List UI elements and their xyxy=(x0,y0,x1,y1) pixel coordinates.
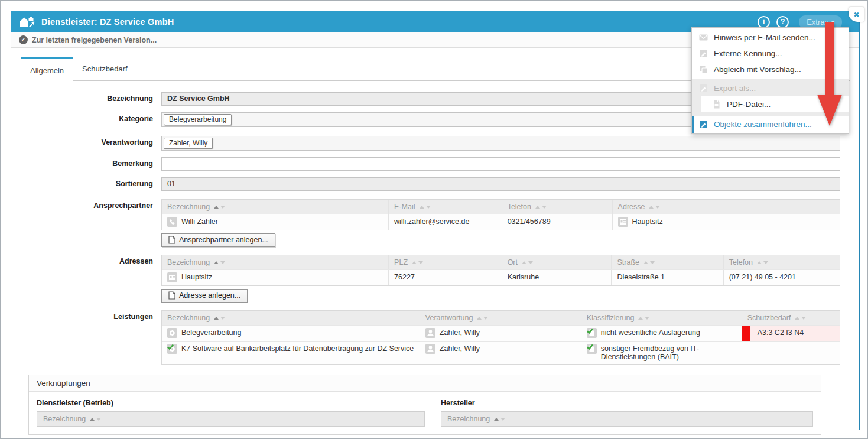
verknuepfungen-title: Verknüpfungen xyxy=(29,375,821,392)
bezeichnung-label: Bezeichnung xyxy=(11,92,161,103)
sortierung-field[interactable]: 01 xyxy=(161,177,840,191)
table-row[interactable]: K7 Software auf Bankarbeitsplatz für Dat… xyxy=(162,341,840,364)
adresse-anlegen-button[interactable]: Adresse anlegen... xyxy=(161,289,248,303)
export-icon xyxy=(698,83,708,93)
menu-item-hinweis-email[interactable]: Hinweis per E-Mail senden... xyxy=(692,30,849,45)
extras-dropdown-menu: Hinweis per E-Mail senden... Externe Ken… xyxy=(691,27,849,134)
adressen-table: Bezeichnung PLZ Ort Straße Telefon Haupt… xyxy=(161,255,840,286)
risk-red-indicator xyxy=(742,326,750,341)
pdf-file-icon xyxy=(711,99,721,109)
page: Dienstleister: DZ Service GmbH i ? Extra… xyxy=(0,0,868,439)
column-header[interactable]: Verantwortung xyxy=(420,311,581,325)
column-header[interactable]: Schutzbedarf xyxy=(742,311,840,325)
classification-document-icon xyxy=(587,328,597,338)
new-document-icon xyxy=(168,236,175,244)
column-header[interactable]: Telefon xyxy=(502,200,612,214)
column-header[interactable]: PLZ xyxy=(388,255,502,269)
verantwortung-chip[interactable]: Zahler, Willy xyxy=(164,138,213,149)
help-icon[interactable]: ? xyxy=(776,16,789,28)
ansprechpartner-label: Ansprechpartner xyxy=(11,199,161,210)
page-title: Dienstleister: DZ Service GmbH xyxy=(41,17,174,27)
copy-icon xyxy=(698,64,708,74)
menu-item-externe-kennung[interactable]: Externe Kennung... xyxy=(692,45,849,61)
column-header[interactable]: Adresse xyxy=(612,200,840,214)
tab-schutzbedarf[interactable]: Schutzbedarf xyxy=(73,57,136,80)
column-header[interactable]: E-Mail xyxy=(388,200,502,214)
sortierung-label: Sortierung xyxy=(11,177,161,188)
kategorie-chip[interactable]: Belegverarbeitung xyxy=(164,114,232,125)
menu-item-objekte-zusammenfuehren[interactable]: Objekte zusammenführen... xyxy=(692,116,849,133)
extras-button-label: Extras xyxy=(807,18,828,27)
person-icon xyxy=(425,344,435,354)
kategorie-label: Kategorie xyxy=(11,112,161,123)
chevron-down-icon: ▾ xyxy=(831,19,834,25)
classification-document-icon xyxy=(587,344,597,354)
table-row[interactable]: Hauptsitz 76227 Karlsruhe Dieselstraße 1… xyxy=(162,269,840,285)
column-header[interactable]: Klassifizierung xyxy=(581,311,742,325)
new-document-icon xyxy=(168,291,175,300)
schutzbedarf-cell: A3:3 C2 I3 N4 xyxy=(742,326,840,341)
person-icon xyxy=(425,328,435,338)
column-header[interactable]: Bezeichnung xyxy=(162,200,388,214)
column-header[interactable]: Bezeichnung xyxy=(162,311,420,325)
column-header[interactable]: Straße xyxy=(611,255,723,269)
export-menu-group: Export als... PDF-Datei... xyxy=(692,79,849,116)
verknuepfungen-section: Verknüpfungen Dienstleister (Betrieb) Be… xyxy=(28,375,821,435)
check-circle-icon: ✔ xyxy=(19,35,28,44)
contact-phone-icon xyxy=(167,217,177,227)
check-icon xyxy=(587,328,593,334)
adressen-label: Adressen xyxy=(11,255,161,265)
check-icon xyxy=(587,344,593,350)
bemerkung-input[interactable] xyxy=(161,157,840,171)
table-row[interactable]: Belegverarbeitung Zahler, Willy nicht we… xyxy=(162,325,840,341)
email-icon xyxy=(698,32,708,43)
hersteller-label: Hersteller xyxy=(441,399,813,407)
address-icon xyxy=(618,217,628,227)
verantwortung-field[interactable]: Zahler, Willy xyxy=(161,136,840,151)
column-header[interactable]: Ort xyxy=(502,255,612,269)
address-icon xyxy=(167,272,177,282)
merge-objects-icon xyxy=(698,119,708,129)
edit-icon xyxy=(698,48,708,58)
check-icon xyxy=(167,344,174,350)
service-gear-icon xyxy=(167,344,177,354)
service-provider-icon xyxy=(19,15,35,30)
column-header[interactable]: Telefon xyxy=(723,255,840,269)
service-gear-icon xyxy=(167,328,177,338)
dienstleister-betrieb-label: Dienstleister (Betrieb) xyxy=(37,399,425,407)
leistungen-label: Leistungen xyxy=(11,310,161,321)
last-released-version-link[interactable]: Zur letzten freigegebenen Version... xyxy=(32,36,157,44)
menu-item-abgleich-vorschlag[interactable]: Abgleich mit Vorschlag... xyxy=(692,61,849,77)
menu-item-export-als[interactable]: Export als... xyxy=(692,80,849,96)
table-row[interactable]: Willi Zahler willi.zahler@service.de 032… xyxy=(162,214,840,230)
info-icon[interactable]: i xyxy=(758,16,770,28)
tab-allgemein[interactable]: Allgemein xyxy=(21,57,73,81)
leistungen-table: Bezeichnung Verantwortung Klassifizierun… xyxy=(161,310,840,365)
hersteller-table-header[interactable]: Bezeichnung xyxy=(441,411,813,427)
verantwortung-label: Verantwortung xyxy=(11,136,161,147)
column-header[interactable]: Bezeichnung xyxy=(162,255,388,269)
ansprechpartner-table: Bezeichnung E-Mail Telefon Adresse Willi… xyxy=(161,199,840,230)
dienstleister-betrieb-table-header[interactable]: Bezeichnung xyxy=(37,411,425,427)
ansprechpartner-anlegen-button[interactable]: Ansprechpartner anlegen... xyxy=(161,233,275,247)
menu-item-pdf-datei[interactable]: PDF-Datei... xyxy=(701,96,849,112)
bemerkung-label: Bemerkung xyxy=(11,157,161,168)
form-content: Bezeichnung DZ Service GmbH Kategorie Be… xyxy=(11,81,859,435)
